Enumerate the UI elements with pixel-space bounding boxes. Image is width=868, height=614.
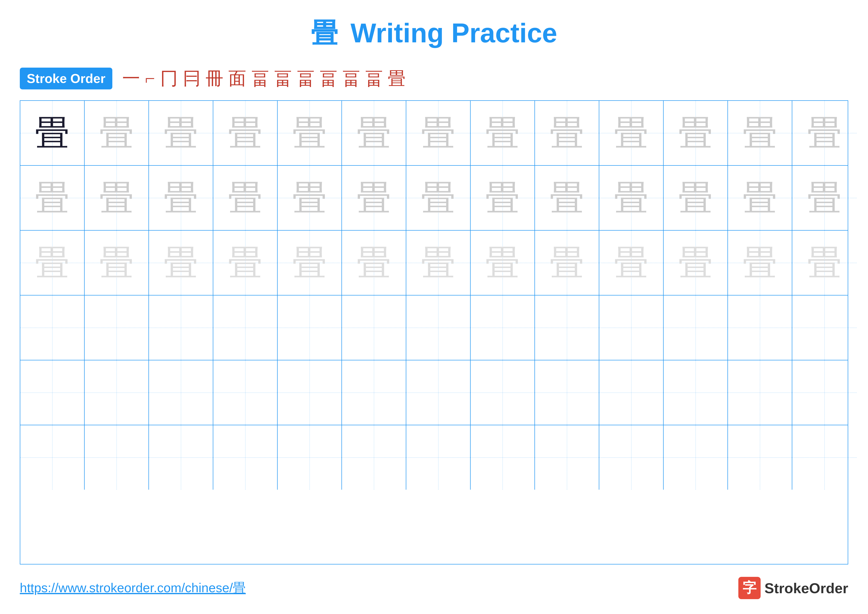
grid-cell-6-7[interactable]	[406, 425, 471, 490]
grid-cell-4-7[interactable]	[406, 295, 471, 360]
grid-cell-6-1[interactable]	[20, 425, 85, 490]
grid-cell-6-5[interactable]	[277, 425, 342, 490]
grid-cell-4-5[interactable]	[277, 295, 342, 360]
grid-cell-3-2[interactable]: 畳	[85, 231, 149, 295]
grid-cell-4-6[interactable]	[342, 295, 406, 360]
grid-cell-4-13[interactable]	[792, 295, 857, 360]
grid-cell-4-2[interactable]	[85, 295, 149, 360]
grid-cell-3-1[interactable]: 畳	[20, 231, 85, 295]
stroke-12: 畐	[365, 67, 383, 90]
practice-char: 畳	[35, 116, 70, 150]
practice-char: 畳	[35, 180, 70, 215]
grid-cell-3-4[interactable]: 畳	[213, 231, 277, 295]
practice-char: 畳	[742, 246, 777, 280]
grid-cell-2-13[interactable]: 畳	[792, 166, 857, 230]
grid-cell-2-7[interactable]: 畳	[406, 166, 471, 230]
grid-cell-3-11[interactable]: 畳	[663, 231, 728, 295]
grid-cell-1-8[interactable]: 畳	[471, 101, 535, 165]
grid-cell-2-3[interactable]: 畳	[149, 166, 213, 230]
grid-cell-4-10[interactable]	[599, 295, 663, 360]
grid-cell-1-12[interactable]: 畳	[728, 101, 792, 165]
grid-cell-6-6[interactable]	[342, 425, 406, 490]
grid-cell-6-12[interactable]	[728, 425, 792, 490]
grid-cell-1-13[interactable]: 畳	[792, 101, 857, 165]
grid-cell-2-6[interactable]: 畳	[342, 166, 406, 230]
grid-cell-5-10[interactable]	[599, 361, 663, 425]
grid-cell-5-8[interactable]	[471, 361, 535, 425]
grid-cell-3-13[interactable]: 畳	[792, 231, 857, 295]
grid-cell-5-2[interactable]	[85, 361, 149, 425]
grid-cell-1-5[interactable]: 畳	[277, 101, 342, 165]
grid-cell-2-10[interactable]: 畳	[599, 166, 663, 230]
grid-cell-2-4[interactable]: 畳	[213, 166, 277, 230]
grid-row-3: 畳 畳 畳 畳 畳 畳 畳 畳 畳 畳 畳 畳 畳	[20, 231, 848, 295]
practice-char: 畳	[292, 246, 327, 280]
grid-cell-1-2[interactable]: 畳	[85, 101, 149, 165]
grid-cell-3-12[interactable]: 畳	[728, 231, 792, 295]
practice-grid[interactable]: 畳 畳 畳 畳 畳 畳 畳 畳 畳 畳 畳 畳 畳 畳 畳 畳 畳 畳 畳 畳 …	[20, 100, 848, 564]
practice-char: 畳	[164, 180, 198, 215]
grid-cell-3-6[interactable]: 畳	[342, 231, 406, 295]
grid-cell-5-1[interactable]	[20, 361, 85, 425]
stroke-order-badge: Stroke Order	[20, 68, 112, 89]
grid-cell-3-10[interactable]: 畳	[599, 231, 663, 295]
grid-cell-4-1[interactable]	[20, 295, 85, 360]
grid-cell-4-9[interactable]	[535, 295, 599, 360]
grid-cell-5-7[interactable]	[406, 361, 471, 425]
grid-cell-4-12[interactable]	[728, 295, 792, 360]
practice-char: 畳	[807, 116, 842, 150]
grid-cell-6-8[interactable]	[471, 425, 535, 490]
practice-char: 畳	[742, 116, 777, 150]
grid-cell-5-12[interactable]	[728, 361, 792, 425]
grid-cell-5-11[interactable]	[663, 361, 728, 425]
grid-cell-1-3[interactable]: 畳	[149, 101, 213, 165]
grid-cell-6-4[interactable]	[213, 425, 277, 490]
grid-cell-6-13[interactable]	[792, 425, 857, 490]
practice-char: 畳	[292, 180, 327, 215]
grid-cell-1-1[interactable]: 畳	[20, 101, 85, 165]
grid-cell-3-9[interactable]: 畳	[535, 231, 599, 295]
grid-cell-6-11[interactable]	[663, 425, 728, 490]
grid-cell-2-12[interactable]: 畳	[728, 166, 792, 230]
grid-cell-6-9[interactable]	[535, 425, 599, 490]
footer-brand: 字 StrokeOrder	[738, 577, 848, 599]
grid-cell-5-6[interactable]	[342, 361, 406, 425]
grid-cell-4-3[interactable]	[149, 295, 213, 360]
grid-cell-1-10[interactable]: 畳	[599, 101, 663, 165]
grid-cell-3-7[interactable]: 畳	[406, 231, 471, 295]
grid-cell-5-3[interactable]	[149, 361, 213, 425]
practice-char: 畳	[292, 116, 327, 150]
footer-url[interactable]: https://www.strokeorder.com/chinese/畳	[20, 579, 246, 597]
grid-cell-5-4[interactable]	[213, 361, 277, 425]
brand-icon: 字	[738, 577, 761, 599]
stroke-2: ⌐	[145, 68, 155, 89]
grid-cell-4-8[interactable]	[471, 295, 535, 360]
stroke-11: 畐	[342, 67, 360, 90]
grid-cell-2-9[interactable]: 畳	[535, 166, 599, 230]
grid-cell-6-10[interactable]	[599, 425, 663, 490]
grid-cell-1-11[interactable]: 畳	[663, 101, 728, 165]
grid-cell-6-2[interactable]	[85, 425, 149, 490]
grid-cell-2-5[interactable]: 畳	[277, 166, 342, 230]
grid-cell-5-13[interactable]	[792, 361, 857, 425]
grid-cell-4-11[interactable]	[663, 295, 728, 360]
grid-cell-2-2[interactable]: 畳	[85, 166, 149, 230]
grid-cell-1-4[interactable]: 畳	[213, 101, 277, 165]
grid-cell-3-8[interactable]: 畳	[471, 231, 535, 295]
grid-cell-5-5[interactable]	[277, 361, 342, 425]
title-text: Writing Practice	[350, 17, 557, 48]
grid-cell-2-8[interactable]: 畳	[471, 166, 535, 230]
grid-cell-2-1[interactable]: 畳	[20, 166, 85, 230]
page: 畳 Writing Practice Stroke Order 一 ⌐ 冂 冃 …	[0, 0, 868, 614]
grid-cell-2-11[interactable]: 畳	[663, 166, 728, 230]
practice-char: 畳	[807, 180, 842, 215]
grid-cell-3-5[interactable]: 畳	[277, 231, 342, 295]
grid-cell-6-3[interactable]	[149, 425, 213, 490]
grid-cell-5-9[interactable]	[535, 361, 599, 425]
grid-cell-4-4[interactable]	[213, 295, 277, 360]
grid-cell-3-3[interactable]: 畳	[149, 231, 213, 295]
grid-cell-1-9[interactable]: 畳	[535, 101, 599, 165]
grid-cell-1-7[interactable]: 畳	[406, 101, 471, 165]
grid-cell-1-6[interactable]: 畳	[342, 101, 406, 165]
grid-row-4	[20, 295, 848, 361]
